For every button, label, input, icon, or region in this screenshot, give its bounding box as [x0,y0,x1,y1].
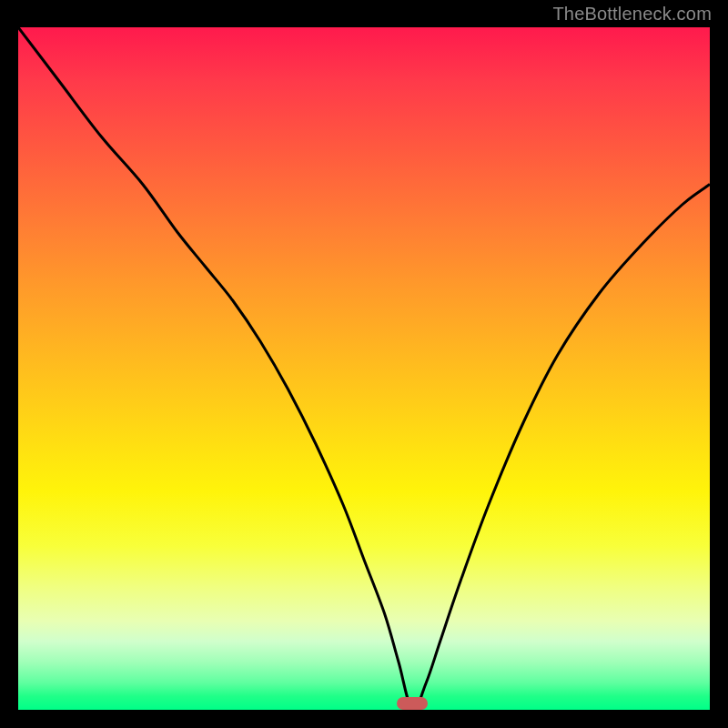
chart-frame: TheBottleneck.com [0,0,728,728]
curve-path [18,27,710,710]
watermark-text: TheBottleneck.com [552,4,712,25]
bottleneck-curve [18,27,710,710]
optimum-marker [397,697,428,710]
